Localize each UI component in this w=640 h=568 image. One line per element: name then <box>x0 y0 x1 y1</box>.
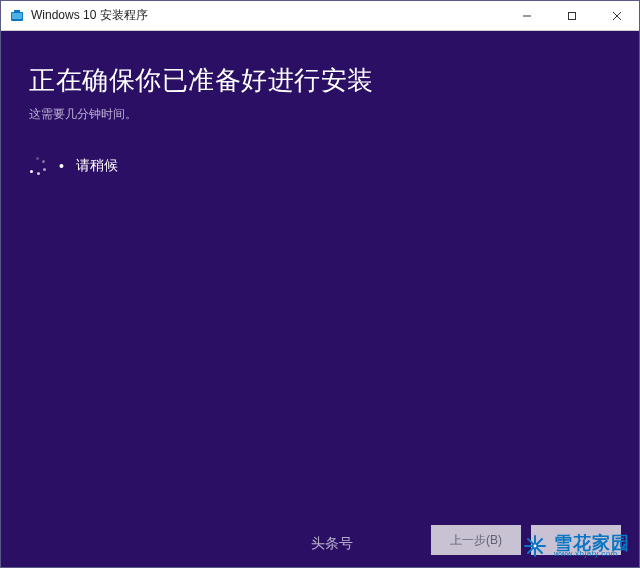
close-button[interactable] <box>594 1 639 30</box>
svg-rect-1 <box>12 13 22 19</box>
app-icon <box>9 8 25 24</box>
page-subtext: 这需要几分钟时间。 <box>29 106 611 123</box>
wait-label: 请稍候 <box>76 157 118 175</box>
brand-watermark: 雪花家园 www.xhjaty.com <box>519 531 633 561</box>
titlebar[interactable]: Windows 10 安装程序 <box>1 1 639 31</box>
page-heading: 正在确保你已准备好进行安装 <box>29 64 611 98</box>
svg-point-12 <box>534 545 537 548</box>
brand-url: www.xhjaty.com <box>554 550 630 558</box>
svg-rect-4 <box>568 12 575 19</box>
bullet-sep: • <box>59 158 64 174</box>
back-button[interactable]: 上一步(B) <box>431 525 521 555</box>
svg-rect-2 <box>14 10 20 12</box>
content-area: 正在确保你已准备好进行安装 这需要几分钟时间。 • 请稍候 上一步(B) 头条号 <box>1 31 639 567</box>
titlebar-buttons <box>504 1 639 30</box>
spinner-icon <box>29 157 47 175</box>
window-title: Windows 10 安装程序 <box>31 7 148 24</box>
maximize-button[interactable] <box>549 1 594 30</box>
progress-row: • 请稍候 <box>29 157 611 175</box>
snowflake-icon <box>522 533 548 559</box>
brand-text-col: 雪花家园 www.xhjaty.com <box>554 534 630 558</box>
window-frame: Windows 10 安装程序 正在确保你已准备好进行安装 这需要几分钟时间。 … <box>0 0 640 568</box>
minimize-button[interactable] <box>504 1 549 30</box>
toutiao-watermark: 头条号 <box>311 535 353 553</box>
